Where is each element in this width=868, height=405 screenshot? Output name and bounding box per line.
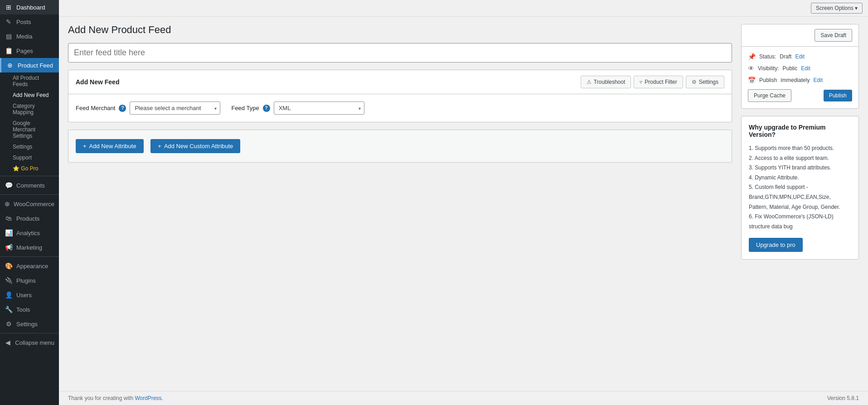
- purge-cache-button[interactable]: Purge Cache: [748, 89, 791, 102]
- main-column: Add New Product Feed Add New Feed ⚠ Trou…: [68, 24, 732, 163]
- feed-card-header: Add New Feed ⚠ Troubleshoot ▿ Product Fi…: [68, 70, 732, 94]
- sidebar-item-label: Appearance: [16, 263, 48, 270]
- add-attribute-button[interactable]: + Add New Attribute: [76, 139, 144, 153]
- visibility-row: 👁 Visibility: Public Edit: [748, 65, 852, 72]
- feed-type-select[interactable]: XML CSV TSV XLS: [274, 101, 364, 115]
- sidebar-item-plugins[interactable]: 🔌 Plugins: [0, 273, 59, 288]
- wordpress-link[interactable]: WordPress: [135, 395, 161, 401]
- tools-icon: 🔧: [5, 306, 13, 313]
- pages-icon: 📋: [5, 47, 13, 54]
- screen-options-button[interactable]: Screen Options ▾: [811, 3, 863, 14]
- save-draft-button[interactable]: Save Draft: [815, 29, 852, 42]
- sidebar-sub-category-mapping[interactable]: Category Mapping: [0, 101, 59, 118]
- premium-feature-item: Dynamic Attribute.: [749, 173, 851, 183]
- sidebar-item-settings[interactable]: ⚙ Settings: [0, 317, 59, 331]
- visibility-label: Visibility:: [758, 65, 779, 72]
- sidebar-item-product-feed[interactable]: ⊕ Product Feed: [0, 58, 59, 72]
- sidebar-item-label: Comments: [16, 182, 45, 189]
- troubleshoot-button[interactable]: ⚠ Troubleshoot: [581, 76, 631, 88]
- publish-widget-body: 📌 Status: Draft Edit 👁 Visibility: Publi…: [742, 47, 858, 108]
- dashboard-icon: ⊞: [5, 4, 13, 11]
- status-value: Draft: [780, 53, 791, 60]
- add-custom-attribute-label: Add New Custom Attribute: [164, 143, 233, 149]
- sidebar-item-users[interactable]: 👤 Users: [0, 288, 59, 302]
- content-area: Add New Product Feed Add New Feed ⚠ Trou…: [59, 17, 868, 391]
- calendar-icon: 📅: [748, 77, 756, 84]
- comments-icon: 💬: [5, 182, 13, 189]
- sidebar-item-pages[interactable]: 📋 Pages: [0, 43, 59, 58]
- visibility-value: Public: [782, 65, 797, 72]
- merchant-select[interactable]: Please select a merchant: [130, 101, 220, 115]
- sidebar-item-label: Product Feed: [18, 62, 53, 69]
- publish-label: Publish: [759, 77, 777, 83]
- sidebar-item-analytics[interactable]: 📊 Analytics: [0, 226, 59, 240]
- publish-actions: Purge Cache Publish: [748, 89, 852, 102]
- sidebar-item-comments[interactable]: 💬 Comments: [0, 178, 59, 193]
- topbar: Screen Options ▾: [59, 0, 868, 17]
- main-area: Screen Options ▾ Add New Product Feed Ad…: [59, 0, 868, 405]
- plus-icon: +: [83, 143, 87, 149]
- add-custom-attribute-button[interactable]: + Add New Custom Attribute: [150, 139, 240, 153]
- sidebar-item-marketing[interactable]: 📢 Marketing: [0, 240, 59, 255]
- publish-button[interactable]: Publish: [824, 90, 852, 101]
- sub-label: Go Pro: [21, 165, 38, 172]
- sidebar-sub-google-merchant[interactable]: Google Merchant Settings: [0, 118, 59, 141]
- merchant-select-wrapper: Please select a merchant ▾: [130, 101, 220, 115]
- sidebar-item-woocommerce[interactable]: ⊕ WooCommerce: [0, 197, 59, 211]
- sidebar-item-products[interactable]: 🛍 Products: [0, 211, 59, 226]
- sidebar-item-label: Collapse menu: [15, 339, 54, 346]
- sidebar-sub-go-pro[interactable]: ⭐ Go Pro: [0, 163, 59, 174]
- publish-value: immediately: [781, 77, 810, 83]
- products-icon: 🛍: [5, 215, 13, 222]
- feed-card-body: Feed Merchant ? Please select a merchant…: [68, 94, 732, 122]
- visibility-edit-link[interactable]: Edit: [801, 65, 810, 72]
- gear-icon: ⚙: [692, 79, 697, 85]
- sub-label: Add New Feed: [13, 92, 48, 98]
- sidebar-item-label: Media: [16, 33, 32, 40]
- sidebar-item-posts[interactable]: ✎ Posts: [0, 14, 59, 29]
- version-text: Version 5.8.1: [827, 395, 859, 401]
- sidebar-item-label: Analytics: [16, 230, 40, 236]
- sidebar-item-label: Pages: [16, 48, 33, 54]
- sidebar-sub-settings[interactable]: Settings: [0, 141, 59, 152]
- sidebar-item-label: Settings: [16, 321, 38, 328]
- star-icon: ⭐: [13, 165, 21, 172]
- sidebar-item-label: Posts: [16, 19, 31, 25]
- sidebar-sub-all-feeds[interactable]: All Product Feeds: [0, 72, 59, 90]
- sidebar-item-label: Users: [16, 292, 32, 299]
- feed-title-input[interactable]: [68, 43, 732, 63]
- merchant-row: Feed Merchant ? Please select a merchant…: [76, 101, 724, 115]
- premium-features-list: Supports more than 50 products. Access t…: [749, 144, 851, 231]
- premium-widget: Why upgrade to Premium Version? Supports…: [741, 116, 859, 260]
- status-row: 📌 Status: Draft Edit: [748, 53, 852, 60]
- users-icon: 👤: [5, 291, 13, 299]
- sidebar-item-label: WooCommerce: [14, 201, 54, 207]
- sidebar-sub-add-new[interactable]: Add New Feed: [0, 90, 59, 101]
- publish-widget: Save Draft 📌 Status: Draft Edit 👁 Visibi…: [741, 24, 859, 109]
- feed-type-select-wrapper: XML CSV TSV XLS ▾: [274, 101, 364, 115]
- product-filter-button[interactable]: ▿ Product Filter: [634, 76, 683, 88]
- media-icon: ▤: [5, 33, 13, 40]
- merchant-field-group: Feed Merchant ? Please select a merchant…: [76, 101, 220, 115]
- upgrade-button[interactable]: Upgrade to pro: [749, 238, 803, 252]
- premium-title: Why upgrade to Premium Version?: [749, 124, 851, 138]
- sub-label: All Product Feeds: [13, 75, 39, 87]
- sidebar-item-label: Plugins: [16, 277, 36, 284]
- sidebar-item-appearance[interactable]: 🎨 Appearance: [0, 259, 59, 273]
- publish-edit-link[interactable]: Edit: [813, 77, 823, 83]
- sidebar-item-collapse[interactable]: ◀ Collapse menu: [0, 335, 59, 350]
- premium-feature-item: Supports YITH brand attributes.: [749, 163, 851, 173]
- merchant-help-icon[interactable]: ?: [119, 105, 126, 112]
- marketing-icon: 📢: [5, 244, 13, 251]
- sidebar-sub-support[interactable]: Support: [0, 152, 59, 163]
- feed-type-help-icon[interactable]: ?: [263, 105, 270, 112]
- settings-button[interactable]: ⚙ Settings: [686, 76, 724, 88]
- sidebar-item-media[interactable]: ▤ Media: [0, 29, 59, 43]
- sidebar-item-tools[interactable]: 🔧 Tools: [0, 302, 59, 317]
- status-edit-link[interactable]: Edit: [795, 53, 805, 60]
- merchant-label: Feed Merchant: [76, 105, 115, 111]
- collapse-icon: ◀: [5, 339, 11, 346]
- sidebar-item-label: Products: [16, 215, 39, 222]
- sidebar-item-dashboard[interactable]: ⊞ Dashboard: [0, 0, 59, 14]
- publish-widget-header: Save Draft: [742, 24, 858, 47]
